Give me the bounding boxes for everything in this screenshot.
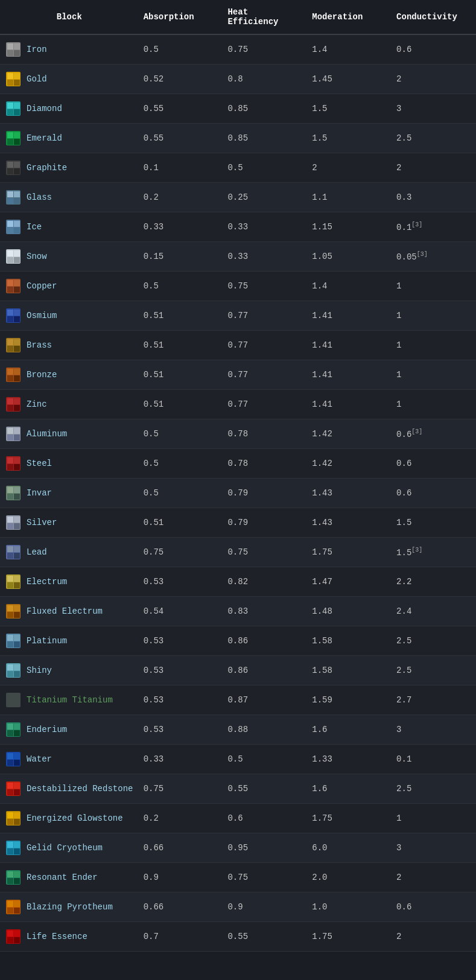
table-row: Resonant Ender 0.9 0.75 2.0 2 <box>0 863 476 892</box>
conductivity-cell: 0.6 <box>392 479 476 508</box>
titanium-icon <box>5 692 22 708</box>
lead-icon <box>5 544 22 561</box>
svg-rect-102 <box>7 641 13 648</box>
col-header-heat: Heat Efficiency <box>223 0 307 34</box>
block-name: Glass <box>27 192 52 202</box>
block-cell: Water <box>0 745 139 774</box>
svg-rect-119 <box>14 753 20 759</box>
svg-rect-4 <box>14 50 20 56</box>
gold-icon <box>5 71 22 88</box>
zinc-icon <box>5 396 22 413</box>
block-cell: Fluxed Electrum <box>0 597 139 626</box>
absorption-cell: 0.52 <box>139 65 223 94</box>
block-name: Lead <box>27 547 47 557</box>
brass-icon <box>5 337 22 354</box>
emerald-icon <box>5 130 22 147</box>
svg-rect-59 <box>14 375 20 381</box>
block-name: Aluminum <box>27 429 67 439</box>
table-row: Gelid Cryotheum 0.66 0.95 6.0 3 <box>0 833 476 863</box>
svg-rect-114 <box>14 724 20 730</box>
resonant-ender-icon <box>5 869 22 886</box>
svg-rect-44 <box>14 287 20 293</box>
block-name: Brass <box>27 340 52 350</box>
svg-rect-109 <box>14 671 20 677</box>
moderation-cell: 1.75 <box>307 922 392 952</box>
conductivity-cell: 2 <box>392 863 476 892</box>
svg-rect-84 <box>14 523 20 529</box>
block-cell: Lead <box>0 538 139 567</box>
snow-icon <box>5 248 22 265</box>
moderation-cell: 1.59 <box>307 686 392 715</box>
conductivity-cell: 0.6[3] <box>392 419 476 449</box>
ice-icon <box>5 218 22 235</box>
absorption-cell: 0.5 <box>139 272 223 301</box>
absorption-cell: 0.51 <box>139 390 223 419</box>
conductivity-cell: 2.7 <box>392 686 476 715</box>
svg-rect-36 <box>7 250 13 256</box>
block-cell: Platinum <box>0 626 139 656</box>
moderation-cell: 1.5 <box>307 94 392 124</box>
svg-rect-28 <box>14 191 20 197</box>
svg-rect-73 <box>14 457 20 463</box>
heat-cell: 0.75 <box>223 538 307 567</box>
block-stats-table: Block Absorption Heat Efficiency Moderat… <box>0 0 476 952</box>
table-row: Invar 0.5 0.79 1.43 0.6 <box>0 479 476 508</box>
table-row: Titanium Titanium 0.53 0.87 1.59 2.7 <box>0 686 476 715</box>
silver-icon <box>5 514 22 531</box>
absorption-cell: 0.1 <box>139 153 223 183</box>
heat-cell: 0.78 <box>223 449 307 479</box>
block-cell: Snow <box>0 242 139 272</box>
svg-rect-83 <box>14 517 20 523</box>
svg-rect-34 <box>14 228 20 234</box>
table-row: Lead 0.75 0.75 1.75 1.5[3] <box>0 538 476 567</box>
block-cell: Invar <box>0 479 139 508</box>
svg-rect-52 <box>7 346 13 352</box>
heat-cell: 0.5 <box>223 153 307 183</box>
moderation-cell: 1.41 <box>307 360 392 390</box>
heat-cell: 0.79 <box>223 479 307 508</box>
svg-rect-41 <box>7 280 13 286</box>
block-name: Enderium <box>27 725 67 734</box>
absorption-cell: 0.75 <box>139 538 223 567</box>
absorption-cell: 0.15 <box>139 242 223 272</box>
block-cell: Blazing Pyrotheum <box>0 892 139 922</box>
conductivity-cell: 1.5 <box>392 508 476 538</box>
svg-rect-74 <box>14 464 20 470</box>
table-row: Copper 0.5 0.75 1.4 1 <box>0 272 476 301</box>
conductivity-cell: 2 <box>392 153 476 183</box>
svg-rect-107 <box>7 671 13 677</box>
absorption-cell: 0.33 <box>139 212 223 242</box>
heat-cell: 0.75 <box>223 34 307 65</box>
svg-rect-140 <box>14 878 20 884</box>
block-cell: Zinc <box>0 390 139 419</box>
svg-rect-97 <box>7 612 13 618</box>
absorption-cell: 0.53 <box>139 567 223 597</box>
table-row: Aluminum 0.5 0.78 1.42 0.6[3] <box>0 419 476 449</box>
life-essence-icon <box>5 928 22 945</box>
svg-rect-89 <box>14 553 20 559</box>
svg-rect-32 <box>7 228 13 234</box>
svg-rect-17 <box>7 139 13 145</box>
absorption-cell: 0.7 <box>139 922 223 952</box>
block-cell: Enderium <box>0 715 139 745</box>
svg-rect-104 <box>14 641 20 648</box>
svg-rect-14 <box>14 109 20 115</box>
svg-rect-101 <box>7 635 13 641</box>
heat-cell: 0.77 <box>223 301 307 331</box>
svg-rect-19 <box>14 139 20 145</box>
block-name: Life Essence <box>27 932 87 941</box>
svg-rect-68 <box>14 428 20 434</box>
conductivity-cell: 1 <box>392 301 476 331</box>
svg-rect-132 <box>7 842 13 848</box>
moderation-cell: 1.15 <box>307 212 392 242</box>
block-cell: Silver <box>0 508 139 538</box>
moderation-cell: 1.75 <box>307 538 392 567</box>
moderation-cell: 1.45 <box>307 65 392 94</box>
heat-cell: 0.8 <box>223 65 307 94</box>
moderation-cell: 1.1 <box>307 183 392 212</box>
destabilized-redstone-icon <box>5 780 22 797</box>
moderation-cell: 6.0 <box>307 833 392 863</box>
heat-cell: 0.6 <box>223 804 307 833</box>
block-cell: Ice <box>0 212 139 242</box>
absorption-cell: 0.53 <box>139 626 223 656</box>
